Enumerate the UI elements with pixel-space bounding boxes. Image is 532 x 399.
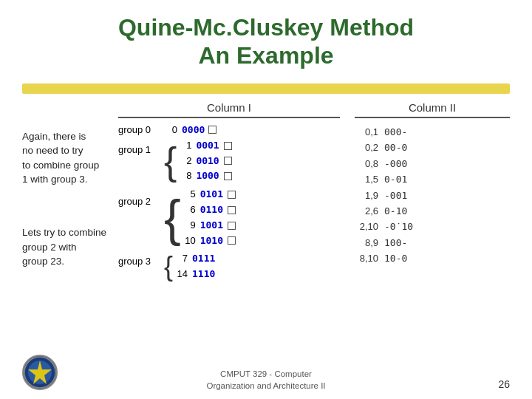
col2-entry: 0,2 00-0 bbox=[355, 140, 510, 155]
label-block-1: Again, there is no need to try to combin… bbox=[22, 129, 118, 187]
group3-section: group 3 { 7 0111 14 1110 bbox=[118, 251, 340, 282]
group2-brace: { bbox=[164, 187, 181, 248]
column2-divider bbox=[355, 117, 510, 118]
group2-entries: 5 0101 6 0110 9 1001 bbox=[183, 187, 236, 248]
col2-entry: 0,1 000- bbox=[355, 124, 510, 140]
col2-entry: 2,6 0-10 bbox=[355, 203, 510, 219]
col2-entry: 8,9 100- bbox=[355, 235, 510, 250]
col2-entry: 1,5 0-01 bbox=[355, 171, 510, 187]
group1-brace: { bbox=[164, 138, 177, 184]
column1-header: Column I bbox=[118, 101, 340, 115]
column1: Column I group 0 0 0000 group 1 { bbox=[118, 101, 340, 285]
left-labels: Again, there is no need to try to combin… bbox=[22, 101, 118, 285]
title-area: Quine-Mc.Cluskey Method An Example bbox=[0, 0, 532, 78]
group0-label: group 0 bbox=[118, 124, 164, 135]
column2-header: Column II bbox=[355, 101, 510, 115]
col2-entry: 0,8 -000 bbox=[355, 156, 510, 171]
page-number: 26 bbox=[498, 378, 510, 390]
group3-label: group 3 bbox=[118, 251, 164, 282]
col2-entry: 8,10 10-0 bbox=[355, 250, 510, 266]
column1-divider bbox=[118, 117, 340, 118]
group1-entries: 1 0001 2 0010 8 1000 bbox=[178, 138, 231, 184]
group3-brace: { bbox=[164, 251, 173, 282]
content-area: Again, there is no need to try to combin… bbox=[0, 94, 532, 285]
yellow-bar bbox=[22, 83, 510, 94]
footer-area: CMPUT 329 - Computer Organization and Ar… bbox=[0, 368, 532, 392]
group1-section: group 1 { 1 0001 2 0010 bbox=[118, 138, 340, 184]
footer-text: CMPUT 329 - Computer Organization and Ar… bbox=[206, 368, 325, 392]
column2: Column II 0,1 000- 0,2 00-0 0,8 -000 1,5… bbox=[340, 101, 510, 285]
label-block-2: Lets try to combine group 2 with group 2… bbox=[22, 225, 118, 269]
col2-entry: 2,10 -0˙10 bbox=[355, 219, 510, 234]
group2-section: group 2 { 5 0101 6 0110 bbox=[118, 187, 340, 248]
page-title: Quine-Mc.Cluskey Method An Example bbox=[15, 13, 517, 70]
group3-entries: 7 0111 14 1110 bbox=[174, 251, 215, 282]
group2-label: group 2 bbox=[118, 187, 164, 248]
col2-entry: 1,9 -001 bbox=[355, 188, 510, 203]
column2-entries: 0,1 000- 0,2 00-0 0,8 -000 1,5 0-01 1,9 bbox=[355, 124, 510, 267]
group1-label: group 1 bbox=[118, 138, 164, 184]
page: Quine-Mc.Cluskey Method An Example Again… bbox=[0, 0, 532, 399]
group0-section: group 0 0 0000 bbox=[118, 124, 340, 135]
